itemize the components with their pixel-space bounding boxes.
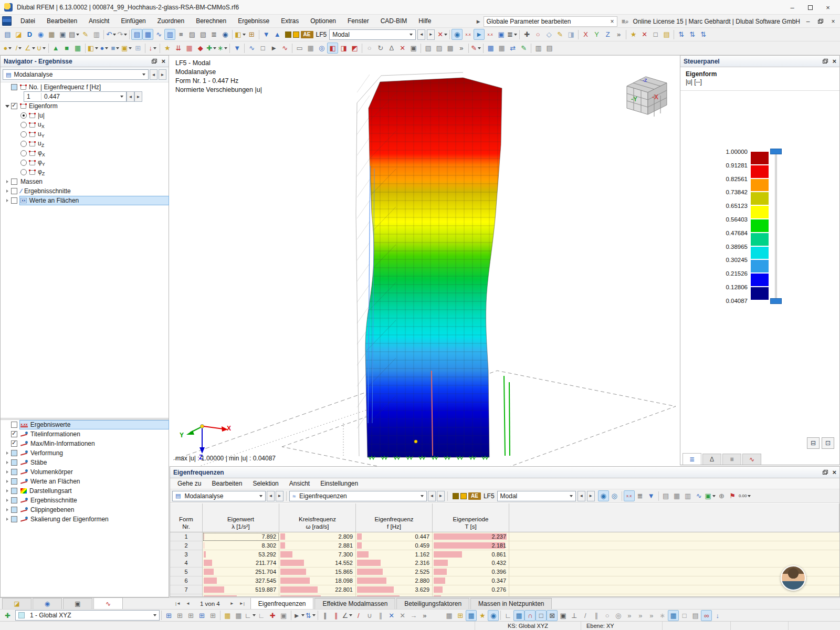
view-copy-button[interactable]: ◨ xyxy=(565,29,576,40)
grid-button[interactable]: ▦ xyxy=(305,43,316,54)
tree-item-ergebnisschnitte-2-checkbox[interactable] xyxy=(11,497,17,503)
tree-item-eigenform[interactable]: Eigenform xyxy=(1,101,169,111)
view-y-button[interactable]: Y xyxy=(591,29,602,40)
select-special-button[interactable]: ★ xyxy=(628,29,639,40)
table-row[interactable]: 4211.77414.5522.3160.432 xyxy=(170,559,839,568)
wave-results-button[interactable]: ∿ xyxy=(279,43,290,54)
value-cell[interactable]: 15.865 xyxy=(279,568,356,576)
table-analysis-prev-button[interactable]: ◄ xyxy=(267,491,275,501)
value-cell[interactable]: 0.396 xyxy=(433,568,509,576)
prev-page-button[interactable]: ◄ xyxy=(184,600,192,607)
workplane-3pt-button[interactable]: ⊞ xyxy=(174,610,185,621)
mirror-button[interactable]: Δ xyxy=(386,43,397,54)
grid-snap-button[interactable]: ▦ xyxy=(513,610,524,621)
table-row[interactable]: 353.2927.3001.1620.861 xyxy=(170,550,839,559)
menubar-float-button[interactable] xyxy=(816,17,825,26)
component-u-abs-radio[interactable] xyxy=(20,112,27,119)
circle-snap-button[interactable]: ○ xyxy=(602,610,613,621)
cube-face-front[interactable]: -Y xyxy=(631,96,637,103)
expander-icon[interactable] xyxy=(4,516,11,523)
value-cell[interactable]: 14.552 xyxy=(279,559,356,568)
control-panel-float-icon[interactable] xyxy=(823,59,828,64)
sphere-new-button[interactable]: ● xyxy=(99,43,110,54)
component-u-abs[interactable]: |u| xyxy=(1,111,169,120)
workplane-offset-button[interactable]: ⊞ xyxy=(163,610,174,621)
guide-v-button[interactable]: ∥ xyxy=(331,610,342,621)
value-cell[interactable]: 327.545 xyxy=(203,576,279,585)
component-phix-radio[interactable] xyxy=(20,150,27,156)
dim-units-button[interactable]: ∟ xyxy=(256,610,267,621)
value-cell[interactable]: 2.881 xyxy=(279,541,356,550)
loadcase-combo[interactable]: Modal xyxy=(329,29,416,40)
tree-item-eigenfrequenz[interactable]: No. | Eigenfrequenz f [Hz] xyxy=(1,82,169,92)
tree-item-eigenform-checkbox[interactable] xyxy=(11,103,17,109)
clip-x-button[interactable]: ◧ xyxy=(327,43,338,54)
expander-icon[interactable] xyxy=(4,478,11,485)
node-new-button[interactable]: ● xyxy=(2,43,13,54)
center-target-button[interactable]: ◎ xyxy=(316,43,327,54)
sc-export-button[interactable]: ▨ xyxy=(186,29,197,40)
rotate-view-button[interactable]: ↻ xyxy=(375,43,386,54)
perp-snap-button[interactable]: ⊥ xyxy=(569,610,580,621)
grid-settings-button[interactable]: ▦ xyxy=(222,610,233,621)
menu-ergebnisse[interactable]: Ergebnisse xyxy=(232,16,275,26)
numbering-button[interactable]: ⇅ xyxy=(305,610,316,621)
first-page-button[interactable]: |◄ xyxy=(174,600,182,607)
panel-collapse-button[interactable]: ⊟ xyxy=(807,437,820,449)
window-close-button[interactable]: × xyxy=(819,0,837,15)
table-tab-eigenfrequenzen[interactable]: Eigenfrequenzen xyxy=(250,597,314,609)
frame-select-button[interactable]: □ xyxy=(679,610,690,621)
control-panel-close-icon[interactable]: × xyxy=(832,57,836,65)
table-panel-close-icon[interactable]: × xyxy=(832,468,836,476)
view-z-button[interactable]: Z xyxy=(602,29,613,40)
print-report-button[interactable]: ▧ xyxy=(197,29,208,40)
box-snap-button[interactable]: ▣ xyxy=(558,610,569,621)
tree-item-massen[interactable]: Massen xyxy=(1,177,169,186)
component-phix[interactable]: φX xyxy=(1,149,169,158)
magnet-snap-button[interactable]: ∩ xyxy=(524,610,536,621)
tree-item-ergebnisschnitte-2[interactable]: Ergebnisschnitte xyxy=(1,496,169,505)
table-tab-effektivemodalmassen[interactable]: Effektive Modalmassen xyxy=(314,598,395,609)
snap-star-button[interactable]: ★ xyxy=(477,610,488,621)
unpin-view-button[interactable]: ▲ xyxy=(272,29,283,40)
value-cell[interactable]: 7.300 xyxy=(279,550,356,559)
renumber-3-button[interactable]: ⇅ xyxy=(698,29,709,40)
tree-item-clippingebenen-checkbox[interactable] xyxy=(11,507,17,513)
table-view-button[interactable]: ▤ xyxy=(660,490,671,501)
panel-tab-color-scale[interactable]: ≣ xyxy=(682,453,701,465)
extension-1-button[interactable]: » xyxy=(624,610,635,621)
animation-button[interactable]: ► xyxy=(268,43,279,54)
tree-item-werte-an-flaechen-2[interactable]: Werte an Flächen xyxy=(1,477,169,486)
analysis-next-button[interactable]: ► xyxy=(159,69,166,80)
value-cell[interactable]: 251.704 xyxy=(203,568,279,576)
expander-icon[interactable] xyxy=(4,506,11,513)
calculator-button[interactable]: ≣ xyxy=(507,29,518,40)
coordinate-system-combo[interactable]: 1 - Global XYZ xyxy=(15,610,160,621)
expander-icon[interactable] xyxy=(4,468,11,476)
table-color-button[interactable]: ▥ xyxy=(682,490,694,501)
value-cell[interactable]: 2.525 xyxy=(356,568,433,576)
detach-button[interactable]: ○ xyxy=(364,43,375,54)
snap-plane-button[interactable]: ▣ xyxy=(278,610,289,621)
menu-cadbim[interactable]: CAD-BIM xyxy=(375,16,413,26)
window-maximize-button[interactable] xyxy=(801,0,819,15)
corner-snap-button[interactable]: ∟ xyxy=(502,610,513,621)
result-diagram-button[interactable]: ∿ xyxy=(246,43,257,54)
renumber-2-button[interactable]: ⇅ xyxy=(687,29,698,40)
arc-new-button[interactable]: ∪ xyxy=(36,43,47,54)
expander-icon[interactable] xyxy=(4,459,11,466)
slash-snap-button[interactable]: / xyxy=(580,610,591,621)
block-new-button[interactable]: ⊞ xyxy=(132,43,143,54)
mode-number-combo-next-button[interactable]: ► xyxy=(134,91,142,102)
menu-optionen[interactable]: Optionen xyxy=(304,16,342,26)
component-phiz[interactable]: φZ xyxy=(1,167,169,177)
undo-button[interactable]: ↶ xyxy=(106,29,117,40)
copy-format-button[interactable]: ▥ xyxy=(533,43,544,54)
pan-mode-button[interactable]: ✚ xyxy=(521,29,532,40)
expander-icon[interactable] xyxy=(4,449,11,457)
table-panel-float-icon[interactable] xyxy=(823,470,828,475)
surface-load-button[interactable]: ▦ xyxy=(184,43,195,54)
member-load-button[interactable]: ⇊ xyxy=(173,43,184,54)
component-uy[interactable]: uY xyxy=(1,130,169,139)
menu-zuordnen[interactable]: Zuordnen xyxy=(152,16,190,26)
